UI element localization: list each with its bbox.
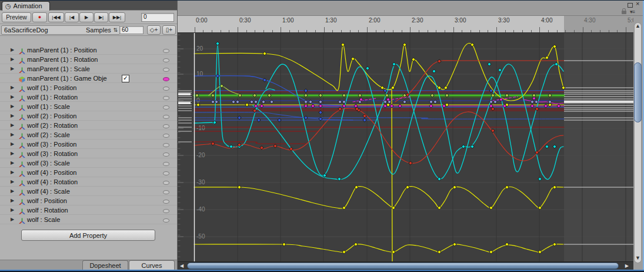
- next-frame-button[interactable]: ▶|: [94, 12, 108, 22]
- foldout-arrow-icon[interactable]: ▶: [11, 207, 18, 213]
- transform-icon: [18, 178, 26, 185]
- horizontal-scroll-thumb[interactable]: [187, 263, 619, 269]
- property-row[interactable]: manParent (1) : Game Obje✓: [0, 74, 177, 83]
- enabled-checkbox[interactable]: ✓: [122, 75, 129, 82]
- foldout-arrow-icon[interactable]: ▶: [11, 113, 18, 118]
- curve-indicator: [163, 190, 169, 194]
- curve-indicator: [163, 124, 169, 128]
- property-row[interactable]: ▶wolf : Scale: [0, 215, 177, 224]
- foldout-arrow-icon[interactable]: ▶: [11, 104, 18, 109]
- value-axis-label: -50: [196, 233, 205, 240]
- property-row[interactable]: ▶wolf (3) : Position: [0, 140, 177, 149]
- ruler-time-label: 2:30: [412, 17, 423, 24]
- property-row[interactable]: ▶wolf (4) : Rotation: [0, 177, 177, 187]
- scroll-down-icon[interactable]: ▼: [635, 255, 640, 261]
- property-row[interactable]: ▶wolf : Rotation: [0, 205, 177, 215]
- property-label: manParent (1) : Position: [27, 47, 97, 54]
- foldout-arrow-icon[interactable]: ▶: [11, 132, 18, 137]
- playback-toolbar: Preview ● |◀◀ |◀ ▶ ▶| ▶▶| 0: [0, 11, 177, 24]
- property-label: wolf : Position: [27, 197, 67, 204]
- dropdown-arrows-icon: ⇅: [113, 26, 118, 35]
- vertical-scroll-track[interactable]: [634, 22, 642, 263]
- foldout-arrow-icon[interactable]: ▶: [11, 160, 18, 165]
- window-menu-icon[interactable]: ▾≡: [630, 9, 635, 15]
- ruler-tick: [203, 30, 203, 32]
- curve-editor[interactable]: 20100-10-20-30-40-50: [178, 33, 633, 261]
- tab-animation[interactable]: ◷Animation: [2, 1, 50, 11]
- preview-button[interactable]: Preview: [2, 12, 31, 22]
- value-axis-label: -20: [196, 152, 205, 158]
- property-row[interactable]: ▶wolf (2) : Rotation: [0, 121, 177, 130]
- vertical-scrollbar[interactable]: ▲ ▼: [633, 16, 643, 270]
- ruler-tick: [281, 27, 281, 32]
- tab-dopesheet[interactable]: Dopesheet: [82, 260, 128, 270]
- property-row[interactable]: ▶wolf (2) : Scale: [0, 130, 177, 140]
- ruler-tick: [428, 30, 428, 32]
- foldout-arrow-icon[interactable]: ▶: [11, 217, 18, 222]
- property-row[interactable]: ▶wolf (3) : Scale: [0, 158, 177, 168]
- foldout-arrow-icon[interactable]: ▶: [11, 188, 18, 194]
- horizontal-scrollbar[interactable]: ◀ ▶: [178, 261, 633, 270]
- foldout-arrow-icon[interactable]: ▶: [11, 198, 18, 203]
- foldout-arrow-icon[interactable]: ▶: [11, 170, 18, 175]
- ruler-time-label: 3:30: [498, 17, 509, 24]
- samples-field[interactable]: 60: [119, 26, 144, 34]
- lock-icon[interactable]: [622, 11, 626, 14]
- ruler-tick: [212, 30, 212, 32]
- property-row[interactable]: ▶manParent (1) : Position: [0, 45, 177, 55]
- foldout-arrow-icon[interactable]: ▶: [11, 141, 18, 147]
- add-property-button[interactable]: Add Property: [21, 230, 155, 241]
- property-row[interactable]: ▶wolf (3) : Rotation: [0, 149, 177, 158]
- record-button[interactable]: ●: [32, 12, 47, 22]
- ruler-tick: [238, 27, 238, 32]
- foldout-arrow-icon[interactable]: ▶: [11, 57, 18, 62]
- foldout-arrow-icon[interactable]: ▶: [11, 66, 18, 71]
- add-event-button[interactable]: ▯+: [162, 25, 176, 35]
- foldout-arrow-icon[interactable]: ▶: [11, 122, 18, 128]
- ruler-tick: [255, 30, 255, 32]
- property-label: wolf (2) : Position: [27, 112, 76, 120]
- frame-field[interactable]: 0: [141, 13, 174, 22]
- time-ruler[interactable]: 0:000:301:001:302:002:303:003:304:004:30…: [178, 16, 633, 33]
- scroll-left-icon[interactable]: ◀: [180, 263, 183, 268]
- property-row[interactable]: ▶wolf (2) : Position: [0, 111, 177, 121]
- property-label: manParent (1) : Rotation: [27, 56, 98, 63]
- close-icon[interactable]: ×: [636, 0, 639, 7]
- property-row[interactable]: ▶manParent (1) : Scale: [0, 64, 177, 74]
- scroll-up-icon[interactable]: ▲: [635, 23, 640, 29]
- ruler-tick: [324, 27, 325, 32]
- view-mode-tabstrip: Dopesheet Curves: [0, 260, 177, 270]
- transform-icon: [18, 103, 26, 110]
- ruler-tick: [341, 30, 342, 32]
- property-row[interactable]: ▶wolf (1) : Position: [0, 83, 177, 92]
- vertical-scroll-thumb[interactable]: [634, 62, 642, 122]
- ruler-tick: [496, 27, 497, 32]
- tab-curves[interactable]: Curves: [129, 260, 175, 270]
- add-keyframe-button[interactable]: ◇+: [147, 25, 161, 35]
- value-axis-label: -40: [196, 206, 205, 213]
- scroll-right-icon[interactable]: ▶: [625, 263, 629, 268]
- ruler-tick: [350, 30, 351, 32]
- prev-frame-button[interactable]: |◀: [65, 12, 79, 22]
- foldout-arrow-icon[interactable]: ▶: [11, 94, 18, 99]
- curve-indicator: [163, 143, 169, 147]
- property-row[interactable]: ▶wolf (4) : Position: [0, 168, 177, 177]
- transform-icon: [18, 150, 26, 157]
- ruler-time-label: 0:30: [239, 17, 251, 24]
- play-button[interactable]: ▶: [79, 12, 94, 22]
- curve-indicator: [163, 77, 169, 81]
- property-row[interactable]: ▶manParent (1) : Rotation: [0, 55, 177, 64]
- foldout-arrow-icon[interactable]: ▶: [11, 85, 18, 90]
- foldout-arrow-icon[interactable]: ▶: [11, 151, 18, 156]
- property-row[interactable]: ▶wolf (1) : Scale: [0, 102, 177, 111]
- property-row[interactable]: ▶wolf (1) : Rotation: [0, 92, 177, 102]
- ruler-tick: [229, 30, 229, 32]
- foldout-arrow-icon[interactable]: ▶: [11, 47, 18, 52]
- goto-begin-button[interactable]: |◀◀: [48, 12, 64, 22]
- maximize-icon[interactable]: [628, 3, 633, 8]
- property-row[interactable]: ▶wolf : Position: [0, 196, 177, 205]
- ruler-time-label: 0:00: [196, 17, 207, 24]
- property-row[interactable]: ▶wolf (4) : Scale: [0, 187, 177, 196]
- foldout-arrow-icon[interactable]: ▶: [11, 179, 18, 184]
- goto-end-button[interactable]: ▶▶|: [109, 12, 125, 22]
